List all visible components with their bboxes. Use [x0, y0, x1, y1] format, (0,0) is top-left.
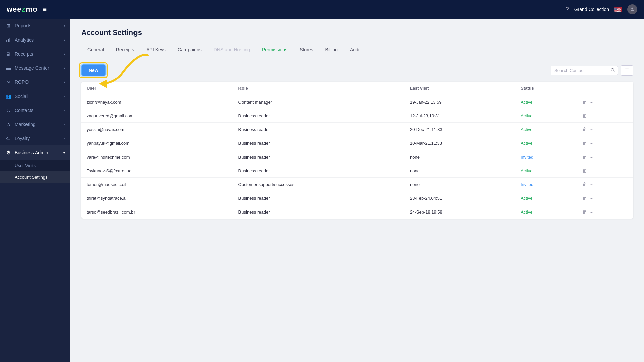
more-icon[interactable]: ··· [590, 168, 594, 173]
svg-point-6 [611, 68, 614, 71]
table-row: zionf@nayax.com Content manager 19-Jan-2… [81, 95, 633, 109]
cell-role: Business reader [233, 123, 405, 136]
chevron-message-center: › [64, 66, 65, 70]
search-icon[interactable] [610, 68, 615, 73]
chevron-contacts: › [64, 109, 65, 112]
chevron-analytics: › [64, 38, 65, 42]
cell-user: zionf@nayax.com [81, 95, 233, 109]
status-badge: Invited [521, 155, 533, 160]
business-admin-icon: ⚙ [5, 149, 11, 156]
sidebar-label-analytics: Analytics [15, 37, 34, 43]
sidebar-item-loyalty[interactable]: 🏷 Loyalty › [0, 131, 70, 145]
delete-icon[interactable]: 🗑 [582, 168, 587, 173]
cell-role: Business reader [233, 150, 405, 164]
tab-billing[interactable]: Billing [319, 44, 344, 56]
sidebar-item-business-admin[interactable]: ⚙ Business Admin ▾ [0, 145, 70, 160]
search-input[interactable] [551, 66, 618, 75]
more-icon[interactable]: ··· [590, 195, 594, 201]
tabs: General Receipts API Keys Campaigns DNS … [81, 44, 633, 56]
col-actions [577, 82, 633, 95]
cell-status: Active [515, 95, 577, 109]
svg-rect-1 [6, 40, 7, 42]
marketing-icon [5, 121, 11, 127]
delete-icon[interactable]: 🗑 [582, 154, 587, 160]
tab-campaigns[interactable]: Campaigns [172, 44, 208, 56]
sidebar-label-reports: Reports [15, 23, 31, 28]
table-row: tarso@seedbrazil.com.br Business reader … [81, 205, 633, 219]
sidebar-item-social[interactable]: 👥 Social › [0, 89, 70, 103]
more-icon[interactable]: ··· [590, 154, 594, 160]
more-icon[interactable]: ··· [590, 127, 594, 132]
cell-role: Business reader [233, 136, 405, 150]
sidebar-subitem-user-visits[interactable]: User Visits [0, 160, 70, 171]
tab-audit[interactable]: Audit [344, 44, 367, 56]
sidebar-item-receipts[interactable]: 🖥 Receipts › [0, 47, 70, 61]
tab-api-keys[interactable]: API Keys [140, 44, 172, 56]
more-icon[interactable]: ··· [590, 113, 594, 118]
help-icon[interactable]: ? [566, 6, 569, 13]
sidebar-item-analytics[interactable]: Analytics › [0, 33, 70, 47]
hamburger-menu[interactable]: ≡ [43, 6, 47, 13]
sidebar-item-contacts[interactable]: 🗂 Contacts › [0, 103, 70, 117]
delete-icon[interactable]: 🗑 [582, 113, 587, 118]
cell-role: Customer support/successes [233, 178, 405, 191]
chevron-business-admin: ▾ [63, 151, 65, 155]
cell-actions: 🗑 ··· [577, 109, 633, 123]
sidebar-item-marketing[interactable]: Marketing › [0, 117, 70, 131]
cell-role: Business reader [233, 109, 405, 123]
filter-button[interactable] [621, 65, 633, 76]
cell-role: Business reader [233, 191, 405, 205]
cell-last-visit: 23-Feb-24,04:51 [405, 191, 515, 205]
sidebar-item-ropo[interactable]: ∞ ROPO › [0, 75, 70, 89]
table-row: tomer@madsec.co.il Customer support/succ… [81, 178, 633, 191]
cell-role: Business reader [233, 205, 405, 219]
sidebar-label-ropo: ROPO [15, 79, 29, 85]
more-icon[interactable]: ··· [590, 209, 594, 215]
delete-icon[interactable]: 🗑 [582, 127, 587, 132]
tab-general[interactable]: General [81, 44, 110, 56]
status-badge: Active [521, 141, 532, 146]
new-button[interactable]: New [81, 64, 106, 76]
cell-user: Tsykunov-S@foxtrot.ua [81, 164, 233, 178]
table-row: yanpayuk@gmail.com Business reader 10-Ma… [81, 136, 633, 150]
sidebar-subitem-label-account-settings: Account Settings [15, 175, 48, 180]
svg-rect-2 [8, 39, 9, 42]
cell-last-visit: none [405, 178, 515, 191]
sidebar-subitem-account-settings[interactable]: Account Settings [0, 171, 70, 183]
svg-line-7 [614, 71, 615, 72]
message-center-icon: ▬ [5, 65, 11, 71]
tab-receipts[interactable]: Receipts [110, 44, 140, 56]
tab-stores[interactable]: Stores [293, 44, 319, 56]
more-icon[interactable]: ··· [590, 182, 594, 187]
avatar[interactable] [627, 4, 637, 14]
delete-icon[interactable]: 🗑 [582, 209, 587, 215]
cell-status: Active [515, 136, 577, 150]
svg-point-5 [9, 125, 10, 126]
sidebar-item-message-center[interactable]: ▬ Message Center › [0, 61, 70, 75]
cell-last-visit: none [405, 164, 515, 178]
more-icon[interactable]: ··· [590, 140, 594, 146]
delete-icon[interactable]: 🗑 [582, 195, 587, 201]
chevron-social: › [64, 95, 65, 98]
cell-actions: 🗑 ··· [577, 205, 633, 219]
row-actions: 🗑 ··· [582, 209, 628, 215]
delete-icon[interactable]: 🗑 [582, 182, 587, 187]
sidebar-label-message-center: Message Center [15, 65, 49, 71]
row-actions: 🗑 ··· [582, 154, 628, 160]
chevron-receipts: › [64, 52, 65, 56]
delete-icon[interactable]: 🗑 [582, 99, 587, 105]
cell-status: Active [515, 109, 577, 123]
topbar: weezmo ≡ ? Grand Collection [0, 0, 644, 19]
more-icon[interactable]: ··· [590, 99, 594, 105]
loyalty-icon: 🏷 [5, 135, 11, 141]
delete-icon[interactable]: 🗑 [582, 140, 587, 146]
permissions-table-wrap: User Role Last visit Status zionf@nayax.… [81, 82, 633, 219]
col-status: Status [515, 82, 577, 95]
analytics-icon [5, 37, 11, 43]
cell-actions: 🗑 ··· [577, 123, 633, 136]
permissions-header: New [81, 64, 633, 76]
svg-point-4 [8, 123, 9, 124]
tab-permissions[interactable]: Permissions [256, 44, 293, 56]
sidebar-item-reports[interactable]: ⊞ Reports › [0, 19, 70, 33]
sidebar: ⊞ Reports › Analytics › 🖥 Receipts › ▬ M… [0, 19, 70, 362]
